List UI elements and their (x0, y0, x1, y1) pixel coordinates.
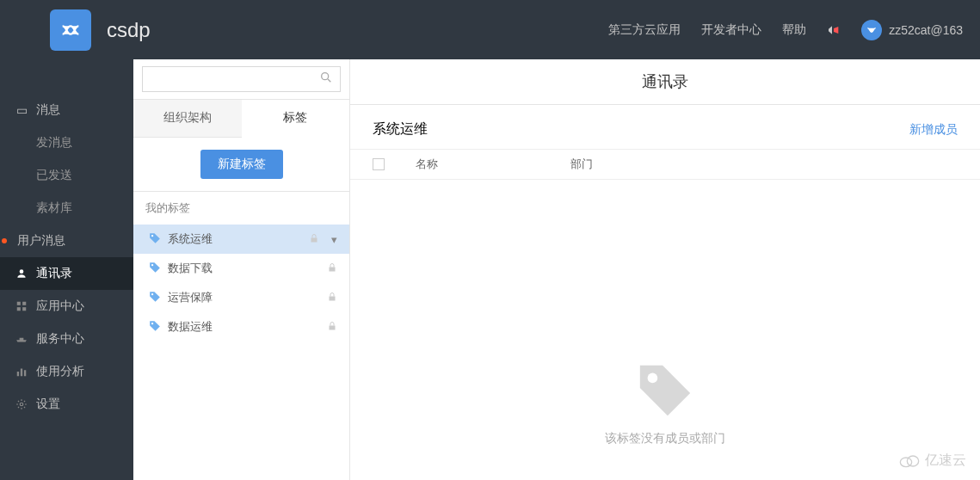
app-logo (50, 9, 91, 51)
lock-icon (309, 233, 319, 246)
tag-item[interactable]: 数据运维 (133, 312, 349, 342)
tag-label: 系统运维 (168, 231, 213, 247)
nav-apps[interactable]: 应用中心 (0, 290, 133, 323)
new-tag-button[interactable]: 新建标签 (200, 150, 283, 179)
content-header: 系统运维 新增成员 (350, 105, 980, 149)
nav-analytics[interactable]: 使用分析 (0, 355, 133, 388)
svg-point-21 (907, 456, 918, 466)
svg-point-15 (151, 292, 153, 294)
nav-messages[interactable]: ▭ 消息 (0, 94, 133, 126)
tag-icon (149, 232, 161, 247)
th-checkbox (373, 158, 416, 170)
search-box (142, 66, 341, 92)
service-icon (15, 333, 28, 345)
nav-label: 素材库 (36, 200, 72, 216)
svg-rect-2 (22, 302, 26, 305)
tag-item[interactable]: 系统运维 ▾ (133, 225, 349, 254)
lock-icon (327, 292, 337, 305)
svg-rect-4 (22, 307, 26, 311)
nav-label: 已发送 (36, 168, 72, 183)
header-link-thirdparty[interactable]: 第三方云应用 (608, 22, 681, 38)
svg-point-17 (151, 322, 153, 323)
notification-dot-icon (2, 238, 7, 243)
nav-label: 设置 (36, 397, 60, 412)
notification-icon[interactable] (827, 23, 841, 37)
svg-rect-16 (330, 296, 336, 300)
message-icon: ▭ (15, 104, 28, 116)
svg-rect-7 (24, 370, 26, 376)
sidebar-nav: ▭ 消息 发消息 已发送 素材库 用户消息 通讯录 应用中心 (0, 59, 133, 480)
nav-label: 通讯录 (36, 266, 72, 281)
th-name: 名称 (416, 157, 570, 172)
tag-label: 数据下载 (168, 261, 213, 276)
search-icon[interactable] (319, 71, 333, 88)
svg-point-13 (151, 263, 153, 265)
chevron-down-icon[interactable]: ▾ (331, 233, 337, 246)
user-name: zz52cat@163 (889, 23, 963, 37)
tag-section-title: 我的标签 (133, 192, 349, 225)
tag-item[interactable]: 运营保障 (133, 283, 349, 312)
tag-label: 数据运维 (168, 319, 213, 335)
header-right: 第三方云应用 开发者中心 帮助 zz52cat@163 (608, 20, 963, 40)
lock-icon (327, 262, 337, 275)
svg-rect-18 (330, 325, 336, 329)
stats-icon (15, 366, 28, 378)
svg-rect-1 (17, 302, 21, 305)
header-link-dev[interactable]: 开发者中心 (701, 22, 761, 38)
watermark-icon (899, 454, 920, 468)
table-header: 名称 部门 (350, 149, 980, 180)
nav-label: 消息 (36, 102, 60, 118)
search-input[interactable] (150, 73, 319, 86)
tag-item[interactable]: 数据下载 (133, 254, 349, 283)
svg-line-10 (328, 79, 330, 82)
main-content: 通讯录 系统运维 新增成员 名称 部门 该标签没有成员或部门 (350, 59, 980, 480)
select-all-checkbox[interactable] (373, 158, 385, 170)
lock-icon (327, 321, 337, 334)
nav-user-messages[interactable]: 用户消息 (0, 225, 133, 257)
nav-label: 应用中心 (36, 298, 84, 314)
nav-materials[interactable]: 素材库 (0, 192, 133, 225)
watermark: 亿速云 (899, 452, 966, 470)
nav-label: 使用分析 (36, 364, 84, 379)
nav-send-message[interactable]: 发消息 (0, 126, 133, 159)
tag-label: 运营保障 (168, 290, 213, 305)
svg-point-19 (648, 373, 658, 384)
nav-settings[interactable]: 设置 (0, 388, 133, 421)
gear-icon (15, 398, 28, 410)
tab-org[interactable]: 组织架构 (133, 100, 242, 137)
logo-icon (59, 18, 83, 42)
tag-icon (149, 262, 161, 276)
nav-contacts[interactable]: 通讯录 (0, 257, 133, 290)
th-dept: 部门 (570, 157, 958, 172)
panel-tabs: 组织架构 标签 (133, 100, 349, 138)
add-member-link[interactable]: 新增成员 (909, 122, 958, 138)
nav-label: 服务中心 (36, 331, 84, 347)
header-link-help[interactable]: 帮助 (782, 22, 806, 38)
svg-rect-5 (17, 372, 19, 376)
svg-rect-6 (21, 369, 22, 377)
empty-text: 该标签没有成员或部门 (350, 431, 980, 446)
apps-icon (15, 300, 28, 312)
nav-sent[interactable]: 已发送 (0, 159, 133, 192)
svg-point-0 (20, 269, 24, 274)
svg-point-11 (151, 234, 153, 236)
svg-point-8 (20, 403, 23, 406)
nav-service[interactable]: 服务中心 (0, 323, 133, 355)
watermark-text: 亿速云 (925, 452, 966, 470)
svg-point-9 (322, 73, 329, 80)
svg-rect-12 (311, 237, 317, 242)
user-avatar-icon (861, 20, 882, 40)
user-menu[interactable]: zz52cat@163 (861, 20, 963, 40)
section-name: 系统运维 (373, 120, 428, 138)
svg-rect-3 (17, 307, 21, 311)
empty-state: 该标签没有成员或部门 (350, 360, 980, 446)
nav-label: 发消息 (36, 135, 72, 151)
page-title: 通讯录 (350, 59, 980, 105)
tag-icon (149, 291, 161, 305)
contacts-icon (15, 268, 28, 280)
mid-panel: 组织架构 标签 新建标签 我的标签 系统运维 ▾ 数据下载 运营保障 数据运维 (133, 59, 350, 480)
tab-tag[interactable]: 标签 (242, 100, 350, 138)
new-tag-wrap: 新建标签 (133, 138, 349, 192)
nav-label: 用户消息 (17, 233, 65, 249)
app-name: csdp (107, 18, 151, 42)
